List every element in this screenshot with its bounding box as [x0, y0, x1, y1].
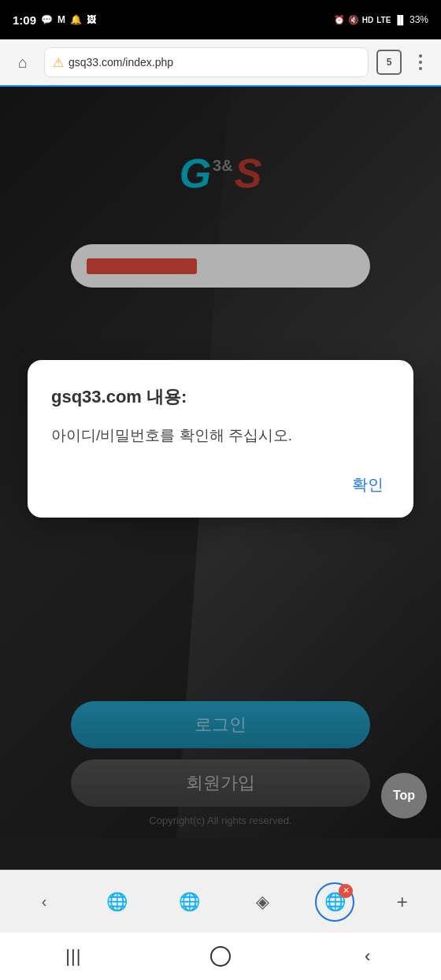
status-right-area: ⏰ 🔇 HD LTE ▐▌ 33%	[334, 14, 428, 25]
back-arrow-icon: ‹	[42, 893, 47, 911]
android-back-button[interactable]: ‹	[348, 941, 387, 972]
scroll-to-top-button[interactable]: Top	[381, 773, 427, 819]
gmail-icon: M	[57, 14, 65, 25]
tab-item-2[interactable]: 🌐	[170, 882, 209, 922]
mute-icon: 🔇	[348, 15, 359, 25]
status-bar: 1:09 💬 M 🔔 🖼 ⏰ 🔇 HD LTE ▐▌ 33%	[0, 0, 441, 39]
dialog-message: 아이디/비밀번호를 확인해 주십시오.	[51, 425, 390, 447]
status-time-area: 1:09 💬 M 🔔 🖼	[13, 13, 96, 27]
menu-button[interactable]	[410, 51, 432, 73]
tabs-button[interactable]: 5	[376, 50, 402, 75]
browser-back-button[interactable]: ‹	[24, 882, 64, 922]
tabs-count: 5	[387, 57, 392, 68]
dialog-confirm-button[interactable]: 확인	[346, 471, 390, 499]
tab-close-badge[interactable]: ✕	[339, 884, 353, 898]
alarm-icon: ⏰	[334, 15, 345, 25]
lte-label: LTE	[376, 16, 391, 24]
browser-tab-bar: ‹ 🌐 🌐 ◈ 🌐 ✕ +	[0, 870, 441, 933]
menu-dot-1	[419, 54, 422, 58]
dialog-title: gsq33.com 내용:	[51, 385, 390, 409]
hd-label: HD	[362, 16, 373, 24]
tab-item-3[interactable]: ◈	[243, 882, 282, 922]
recent-apps-icon: |||	[65, 946, 81, 967]
android-recent-button[interactable]: |||	[54, 941, 93, 972]
home-circle-icon	[210, 946, 231, 967]
dialog-buttons: 확인	[51, 471, 390, 499]
battery-display: 33%	[410, 14, 428, 25]
url-text: gsq33.com/index.php	[69, 56, 173, 69]
globe-icon-1: 🌐	[106, 892, 128, 912]
android-home-button[interactable]	[201, 941, 240, 972]
alert-dialog: gsq33.com 내용: 아이디/비밀번호를 확인해 주십시오. 확인	[28, 360, 413, 518]
tab-item-4-active[interactable]: 🌐 ✕	[315, 882, 354, 922]
url-bar[interactable]: ⚠ gsq33.com/index.php	[44, 47, 369, 77]
browser-bar: ⌂ ⚠ gsq33.com/index.php 5	[0, 39, 441, 87]
message-icon: 💬	[41, 14, 53, 25]
time-display: 1:09	[13, 13, 36, 27]
add-tab-button[interactable]: +	[388, 888, 417, 916]
plus-icon: +	[397, 891, 408, 913]
tab-item-1[interactable]: 🌐	[97, 882, 136, 922]
home-icon: ⌂	[18, 54, 28, 72]
home-button[interactable]: ⌂	[9, 49, 36, 76]
globe-icon-2: 🌐	[179, 892, 200, 912]
android-nav-bar: ||| ‹	[0, 933, 441, 980]
signal-bars: ▐▌	[394, 15, 406, 24]
menu-dot-2	[419, 61, 422, 64]
warning-icon: ⚠	[53, 55, 64, 70]
back-chevron-icon: ‹	[365, 946, 370, 967]
diamond-icon: ◈	[256, 892, 269, 912]
dialog-overlay: gsq33.com 내용: 아이디/비밀번호를 확인해 주십시오. 확인	[0, 87, 441, 838]
menu-dot-3	[419, 67, 422, 70]
image-icon: 🖼	[87, 14, 96, 25]
notification-icon: 🔔	[70, 14, 82, 25]
